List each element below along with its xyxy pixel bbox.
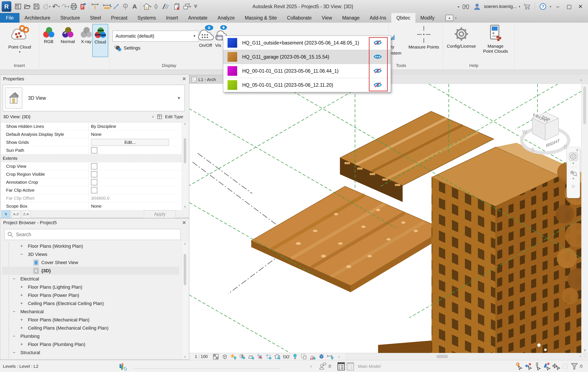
tree-item[interactable]: +Floor Plans (Lighting Plan) <box>2 283 179 291</box>
tab-collaborate[interactable]: Collaborate <box>282 13 317 23</box>
tag-icon[interactable]: 1 <box>121 2 130 11</box>
crop-region-icon[interactable] <box>264 353 273 360</box>
measure-bar-icon[interactable] <box>326 353 335 360</box>
visibility-off-icon[interactable] <box>373 82 382 88</box>
zoom-icon[interactable] <box>569 168 578 176</box>
compass-south[interactable]: S <box>531 147 535 153</box>
type-selector[interactable]: 3D View ▼ <box>3 85 185 111</box>
wheel-dropdown-icon[interactable]: ▼ <box>572 162 575 165</box>
tree-item[interactable]: +Ceiling Plans (Mechanical Ceiling Plan) <box>2 324 179 332</box>
tree-item[interactable]: −Mechanical <box>2 307 179 316</box>
properties-close-icon[interactable]: ✕ <box>182 76 186 82</box>
close-inactive-views-icon[interactable] <box>173 2 182 11</box>
shadows-icon[interactable] <box>238 353 247 360</box>
far-clip-active-checkbox[interactable] <box>91 187 97 193</box>
browser-scrollbar[interactable]: ∧∨ <box>182 242 188 359</box>
ui-panels-icon[interactable] <box>13 2 23 11</box>
normal-button[interactable]: Normal <box>58 26 78 44</box>
point-cloud-menu-item[interactable]: HQ_00-01-01_G11 (2023-05-06_11.06.44_1) <box>223 64 391 78</box>
worksets-icon[interactable] <box>336 362 346 371</box>
select-by-face-icon[interactable] <box>542 362 551 371</box>
instance-name[interactable]: 3D View: {3D} <box>3 114 31 119</box>
customize-quick-access-icon[interactable] <box>191 2 200 11</box>
type-selector-chevron-icon[interactable]: ▼ <box>177 96 181 100</box>
minimize-button[interactable]: – <box>553 2 562 11</box>
point-cloud-dropdown-icon[interactable]: ▼ <box>19 50 21 54</box>
help-icon[interactable]: ? <box>538 2 547 11</box>
sort-descending-button[interactable]: Z↓A <box>21 210 31 218</box>
worksharing-display-icon[interactable] <box>118 362 127 371</box>
export-icon[interactable] <box>78 2 88 11</box>
view-scale[interactable]: 1 : 100 <box>195 354 208 359</box>
partially-hidden-button[interactable]: ey ystem <box>390 33 404 56</box>
point-cloud-menu-item[interactable]: HQ_05-01-01_G11 (2023-05-06_12.11.20) <box>223 78 391 92</box>
revit-logo-icon[interactable]: R <box>2 1 11 12</box>
select-underlay-icon[interactable] <box>524 362 533 371</box>
manage-point-clouds-button[interactable]: Manage Point Clouds <box>480 24 511 54</box>
tree-item[interactable]: −Electrical <box>2 275 179 283</box>
scroll-right-icon[interactable]: › <box>580 354 581 358</box>
edit-type-button[interactable]: Edit Type <box>165 114 183 119</box>
horizontal-scrollbar-thumb[interactable] <box>436 355 448 358</box>
tab-modify[interactable]: Modify <box>415 13 440 23</box>
compass-west[interactable]: W <box>522 129 527 135</box>
horizontal-scrollbar[interactable]: › ∷ <box>346 353 588 360</box>
property-row[interactable]: Sun Path <box>1 146 182 154</box>
property-group-row[interactable]: Extents <box>1 154 182 162</box>
tree-item[interactable]: +Floor Plans (Working Plan) <box>2 242 179 250</box>
help-dropdown-icon[interactable]: ▾ <box>550 5 551 8</box>
editable-only-icon[interactable] <box>318 362 327 371</box>
property-row[interactable]: Show Hidden Lines By Discipline <box>1 122 182 130</box>
property-row[interactable]: Far Clip Active <box>1 186 182 194</box>
ribbon-display-toggle[interactable]: ▲▾ <box>445 13 457 23</box>
tab-steel[interactable]: Steel <box>85 13 106 23</box>
tab-view[interactable]: View <box>317 13 337 23</box>
tree-item[interactable]: −Structural <box>2 349 179 357</box>
displaced-elements-icon[interactable] <box>308 353 317 360</box>
steering-wheel-icon[interactable] <box>569 152 578 161</box>
crop-view-checkbox[interactable] <box>91 163 97 169</box>
select-links-icon[interactable] <box>514 362 524 371</box>
user-avatar-icon[interactable] <box>472 2 482 11</box>
tree-item[interactable]: Cover Sheet View <box>2 258 179 267</box>
properties-header[interactable]: Properties ✕ <box>0 75 189 83</box>
sun-path-checkbox[interactable] <box>91 147 97 153</box>
vertical-scrollbar-thumb[interactable] <box>583 87 586 124</box>
press-drag-icon[interactable] <box>561 362 570 371</box>
tree-item[interactable]: +Floor Plans (Power Plan) <box>2 291 179 299</box>
open-icon[interactable] <box>23 2 32 11</box>
property-row[interactable]: Scope Box None <box>1 202 182 210</box>
analytical-model-icon[interactable] <box>317 353 326 360</box>
project-browser-close-icon[interactable]: ✕ <box>182 220 186 226</box>
view-tab-l1[interactable]: L1 - Arch <box>189 75 225 84</box>
visibility-off-icon[interactable] <box>373 40 382 45</box>
rgb-button[interactable]: RGB <box>41 26 56 44</box>
section-icon[interactable] <box>151 2 161 11</box>
config-license-button[interactable]: Config/License <box>445 24 478 49</box>
xray-button[interactable]: X-ray <box>79 26 93 44</box>
crop-view-icon[interactable] <box>255 353 264 360</box>
tab-massing-site[interactable]: Massing & Site <box>240 13 282 23</box>
status-chevron-icon[interactable]: ∨ <box>310 364 312 368</box>
collapse-bar-icon[interactable]: ‹ <box>335 353 344 360</box>
tab-analyze[interactable]: Analyze <box>212 13 240 23</box>
navbar-close-icon[interactable]: ⊗ <box>576 148 578 152</box>
tab-manage[interactable]: Manage <box>337 13 365 23</box>
tab-architecture[interactable]: Architecture <box>20 13 55 23</box>
select-pinned-icon[interactable] <box>533 362 542 371</box>
modify-pin-icon[interactable] <box>90 2 100 11</box>
tree-item-selected[interactable]: {3D} <box>2 267 179 275</box>
collapse-chevron-icon[interactable]: ◂ <box>457 5 459 9</box>
close-button[interactable]: ✕ <box>576 2 585 11</box>
tab-file[interactable]: File <box>0 13 20 23</box>
print-icon[interactable] <box>69 2 78 11</box>
tree-item[interactable]: +Floor Plans (Mechanical Plan) <box>2 316 179 324</box>
rendering-dialog-icon[interactable] <box>247 353 255 360</box>
maximize-button[interactable]: ▢ <box>565 2 574 11</box>
tree-item[interactable]: −Plumbing <box>2 332 179 340</box>
annotation-crop-checkbox[interactable] <box>91 179 97 185</box>
temporary-hide-isolate-icon[interactable] <box>291 353 299 360</box>
project-browser-header[interactable]: Project Browser - Project5 ✕ <box>0 219 189 227</box>
cloud-button[interactable]: Cloud <box>92 24 108 57</box>
property-row[interactable]: Show Grids Edit... <box>1 138 182 146</box>
